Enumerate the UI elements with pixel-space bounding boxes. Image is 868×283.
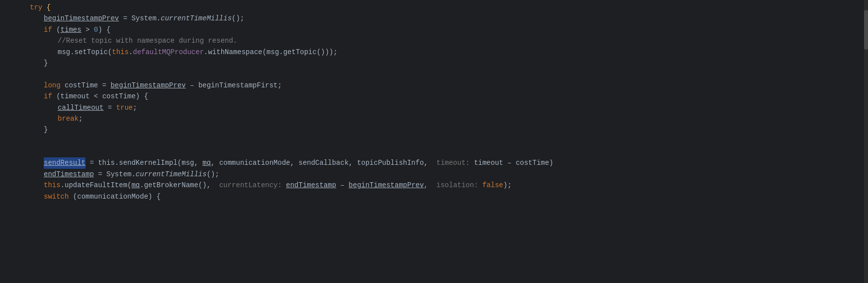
- code-line: }: [0, 124, 868, 135]
- code-line: [0, 146, 868, 157]
- code-token: .updateFaultItem(: [61, 180, 132, 191]
- code-token: }: [44, 58, 48, 69]
- code-token: .withNamespace(msg.getTopic()));: [204, 47, 338, 58]
- code-token: if: [44, 91, 52, 102]
- code-content: try {beginTimestampPrev = System.current…: [0, 0, 868, 204]
- code-token: currentTimeMillis: [161, 13, 232, 24]
- code-token: endTimestamp: [286, 180, 336, 191]
- code-token: currentLatency:: [219, 180, 286, 191]
- code-token: – beginTimestampFirst;: [186, 80, 282, 91]
- code-token: costTime =: [61, 80, 111, 91]
- code-token: endTimestamp: [44, 169, 94, 180]
- code-token: beginTimestampPrev: [110, 80, 185, 91]
- code-token: times: [61, 24, 82, 35]
- code-token: false: [482, 180, 503, 191]
- code-token: mq: [202, 157, 211, 168]
- code-token: this: [44, 180, 61, 191]
- code-token: .: [129, 47, 133, 58]
- code-token: (timeout < costTime) {: [52, 91, 148, 102]
- code-token: =: [103, 102, 116, 113]
- code-token: >: [82, 24, 94, 35]
- code-token: defaultMQProducer: [133, 47, 204, 58]
- code-line: }: [0, 58, 868, 69]
- code-token: timeout – costTime): [474, 157, 553, 168]
- code-token: (communicationMode) {: [69, 191, 161, 202]
- code-token: .setTopic(: [70, 47, 112, 58]
- code-token: break: [58, 113, 79, 124]
- code-token: beginTimestampPrev: [44, 13, 119, 24]
- code-token: .getBrokerName(),: [140, 180, 219, 191]
- code-line: break;: [0, 113, 868, 124]
- code-token: ,: [424, 180, 436, 191]
- code-token: true: [116, 102, 133, 113]
- code-token: mq: [131, 180, 140, 191]
- scrollbar-thumb[interactable]: [864, 10, 868, 50]
- code-token: this: [112, 47, 129, 58]
- code-line: [0, 136, 868, 146]
- code-line: [0, 69, 868, 79]
- code-token: = this.sendKernelImpl(msg,: [86, 157, 202, 168]
- code-token: beginTimestampPrev: [348, 180, 424, 191]
- code-token: currentTimeMillis: [136, 169, 207, 180]
- code-line: callTimeout = true;: [0, 102, 868, 113]
- code-token: = System.: [94, 169, 136, 180]
- code-token: isolation:: [436, 180, 482, 191]
- code-token: , communicationMode, sendCallback, topic…: [211, 157, 436, 168]
- code-token: ;: [79, 113, 83, 124]
- code-line: this.updateFaultItem(mq.getBrokerName(),…: [0, 180, 868, 191]
- code-token: ();: [232, 13, 244, 24]
- code-line: switch (communicationMode) {: [0, 191, 868, 202]
- code-line: msg.setTopic(this.defaultMQProducer.with…: [0, 47, 868, 58]
- code-token: 0: [94, 24, 98, 35]
- code-token: = System.: [119, 13, 161, 24]
- scrollbar[interactable]: [864, 0, 868, 283]
- code-token: try: [30, 2, 47, 13]
- code-token: //Reset topic with namespace during rese…: [58, 35, 237, 46]
- code-token: ();: [207, 169, 219, 180]
- code-token: if: [44, 24, 52, 35]
- code-token: );: [503, 180, 512, 191]
- code-token: long: [44, 80, 61, 91]
- code-token: –: [336, 180, 348, 191]
- code-token: ;: [133, 102, 137, 113]
- code-editor: try {beginTimestampPrev = System.current…: [0, 0, 868, 283]
- code-line: long costTime = beginTimestampPrev – beg…: [0, 80, 868, 91]
- code-token: switch: [44, 191, 69, 202]
- code-token: ) {: [98, 24, 110, 35]
- code-token: (: [52, 24, 61, 35]
- code-line: try {: [0, 2, 868, 13]
- code-line: beginTimestampPrev = System.currentTimeM…: [0, 13, 868, 24]
- code-line: if (timeout < costTime) {: [0, 91, 868, 102]
- code-line: //Reset topic with namespace during rese…: [0, 35, 868, 46]
- code-token: msg: [58, 47, 70, 58]
- code-line: endTimestamp = System.currentTimeMillis(…: [0, 169, 868, 180]
- code-line: if (times > 0) {: [0, 24, 868, 35]
- code-token: callTimeout: [58, 102, 103, 113]
- code-token: {: [47, 2, 51, 13]
- code-line: sendResult = this.sendKernelImpl(msg, mq…: [0, 157, 868, 168]
- code-token: sendResult: [44, 157, 86, 168]
- code-token: timeout:: [436, 157, 474, 168]
- code-token: }: [44, 124, 48, 135]
